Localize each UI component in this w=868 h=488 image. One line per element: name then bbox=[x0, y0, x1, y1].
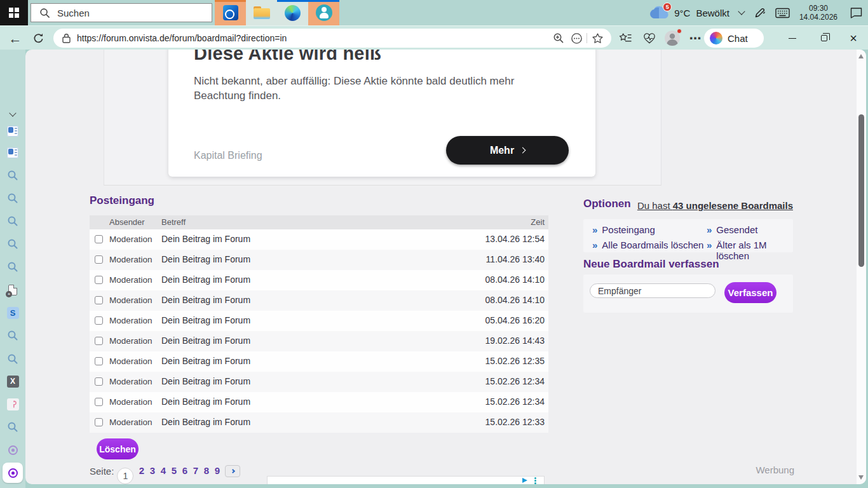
row-checkbox[interactable] bbox=[95, 255, 103, 264]
ad-source: Kapital Briefing bbox=[194, 150, 262, 161]
pen-icon[interactable] bbox=[754, 7, 766, 19]
link-aelter-als-1m-loeschen[interactable]: »Älter als 1M löschen bbox=[707, 240, 793, 261]
tab-x-twitter[interactable]: X bbox=[4, 372, 22, 390]
taskbar-weather-widget[interactable]: 5 9°C Bewölkt bbox=[649, 6, 729, 20]
start-button[interactable] bbox=[0, 0, 28, 25]
row-checkbox[interactable] bbox=[95, 418, 103, 426]
row-checkbox[interactable] bbox=[95, 276, 103, 284]
refresh-button[interactable] bbox=[28, 29, 48, 48]
taskbar-search[interactable]: Suchen bbox=[31, 3, 212, 22]
row-time: 15.02.26 12:34 bbox=[485, 396, 545, 407]
pagination-page-link[interactable]: 3 bbox=[147, 465, 158, 476]
tab-news-site-1[interactable] bbox=[4, 122, 22, 140]
table-row: ModerationDein Beitrag im Forum05.04.26 … bbox=[90, 311, 548, 331]
profile-button[interactable] bbox=[662, 29, 682, 48]
address-bar[interactable]: https://forum.onvista.de/forum/boardmail… bbox=[53, 29, 611, 48]
row-checkbox[interactable] bbox=[95, 235, 103, 243]
link-gesendet[interactable]: »Gesendet bbox=[707, 224, 757, 235]
tab-news-site-2[interactable] bbox=[4, 144, 22, 161]
row-subject[interactable]: Dein Beitrag im Forum bbox=[161, 274, 250, 285]
notification-center-icon[interactable] bbox=[850, 7, 863, 19]
tab-search-2[interactable] bbox=[4, 189, 22, 207]
close-button[interactable]: × bbox=[840, 26, 867, 50]
settings-more-button[interactable]: ⋯ bbox=[685, 29, 705, 48]
tab-onvista-active[interactable] bbox=[3, 463, 23, 483]
taskbar-app-outlook[interactable] bbox=[215, 0, 246, 25]
pagination-page-link[interactable]: 8 bbox=[201, 465, 212, 476]
row-checkbox[interactable] bbox=[95, 296, 103, 304]
restore-button[interactable] bbox=[811, 26, 837, 50]
pagination-page-link[interactable]: 2 bbox=[136, 465, 147, 476]
ad-more-button[interactable]: Mehr bbox=[446, 136, 569, 165]
favorite-star-icon[interactable] bbox=[588, 30, 606, 46]
taskbar-app-edge[interactable] bbox=[277, 0, 308, 25]
row-subject[interactable]: Dein Beitrag im Forum bbox=[161, 417, 250, 427]
tab-search-5[interactable] bbox=[4, 258, 22, 276]
taskbar-app-teal-person[interactable] bbox=[308, 0, 339, 25]
row-checkbox[interactable] bbox=[95, 398, 103, 406]
taskbar-app-file-explorer[interactable] bbox=[246, 0, 277, 25]
row-subject[interactable]: Dein Beitrag im Forum bbox=[161, 376, 250, 386]
pagination-page-link[interactable]: 4 bbox=[158, 465, 168, 476]
pagination-page-link[interactable]: 9 bbox=[212, 465, 222, 476]
reader-options-icon[interactable] bbox=[567, 30, 585, 46]
tab-flamingo-site[interactable] bbox=[4, 395, 22, 413]
favorites-list-button[interactable] bbox=[615, 29, 635, 48]
adchoices-icon[interactable] bbox=[522, 478, 527, 483]
row-subject[interactable]: Dein Beitrag im Forum bbox=[161, 315, 250, 325]
tab-search-4[interactable] bbox=[4, 235, 22, 253]
profile-alert-dot bbox=[677, 29, 682, 34]
options-links-box: »Posteingang »Gesendet »Alle Boardmails … bbox=[583, 219, 793, 252]
tab-error-page[interactable] bbox=[4, 281, 22, 299]
unread-prefix: Du hast bbox=[637, 200, 673, 211]
scrollbar-thumb[interactable] bbox=[858, 114, 864, 267]
pagination-page-link[interactable]: 6 bbox=[179, 465, 190, 476]
recipient-input[interactable] bbox=[590, 283, 715, 298]
row-subject[interactable]: Dein Beitrag im Forum bbox=[161, 295, 250, 305]
compose-button[interactable]: Verfassen bbox=[724, 282, 776, 303]
tab-search-8[interactable] bbox=[4, 418, 22, 436]
tab-search-6[interactable] bbox=[4, 327, 22, 344]
delete-button[interactable]: Löschen bbox=[97, 438, 139, 459]
link-alle-boardmails-loeschen[interactable]: »Alle Boardmails löschen bbox=[592, 240, 703, 250]
tab-s-app[interactable]: S bbox=[4, 304, 22, 322]
unread-boardmails-link[interactable]: Du hast 43 ungelesene Boardmails bbox=[583, 200, 793, 211]
row-checkbox[interactable] bbox=[95, 357, 103, 365]
row-subject[interactable]: Dein Beitrag im Forum bbox=[161, 254, 250, 264]
ad-title: Diese Aktie wird heiß bbox=[194, 50, 381, 64]
row-subject[interactable]: Dein Beitrag im Forum bbox=[161, 396, 250, 407]
guillemet-icon: » bbox=[707, 240, 712, 250]
pagination-page-link[interactable]: 7 bbox=[190, 465, 201, 476]
tab-search-3[interactable] bbox=[4, 212, 22, 230]
row-subject[interactable]: Dein Beitrag im Forum bbox=[161, 356, 250, 366]
scroll-up-arrow[interactable] bbox=[858, 54, 864, 58]
browser-essentials-button[interactable] bbox=[639, 29, 660, 48]
tab-search-1[interactable] bbox=[4, 166, 22, 184]
copilot-chat-button[interactable]: Chat bbox=[704, 29, 764, 48]
ad-card[interactable]: Diese Aktie wird heiß Nicht bekannt, abe… bbox=[168, 50, 595, 177]
row-checkbox[interactable] bbox=[95, 337, 103, 345]
tray-overflow-chevron[interactable] bbox=[739, 9, 744, 14]
touch-keyboard-icon[interactable] bbox=[775, 8, 790, 18]
link-posteingang[interactable]: »Posteingang bbox=[592, 224, 655, 235]
tab-onvista-1[interactable] bbox=[4, 441, 22, 459]
row-checkbox[interactable] bbox=[95, 377, 103, 386]
collapse-tabs-button[interactable] bbox=[4, 104, 22, 122]
row-checkbox[interactable] bbox=[95, 316, 103, 325]
back-button[interactable]: ← bbox=[5, 29, 25, 48]
table-row: ModerationDein Beitrag im Forum15.02.26 … bbox=[90, 392, 548, 412]
tab-search-7[interactable] bbox=[4, 350, 22, 368]
scroll-down-arrow[interactable] bbox=[858, 475, 864, 480]
taskbar-clock[interactable]: 09:30 14.04.2026 bbox=[799, 4, 837, 22]
minimize-button[interactable] bbox=[779, 26, 806, 50]
pagination-next-button[interactable] bbox=[225, 465, 240, 477]
row-subject[interactable]: Dein Beitrag im Forum bbox=[161, 336, 250, 346]
url-text[interactable]: https://forum.onvista.de/forum/boardmail… bbox=[77, 33, 550, 43]
pagination-page-link[interactable]: 5 bbox=[168, 465, 179, 476]
row-subject[interactable]: Dein Beitrag im Forum bbox=[161, 234, 250, 244]
zoom-page-icon[interactable] bbox=[550, 30, 567, 46]
pagination-current-page[interactable]: 1 bbox=[117, 468, 133, 484]
row-time: 15.02.26 12:34 bbox=[485, 376, 545, 386]
ad-options-dots-icon[interactable] bbox=[534, 477, 536, 479]
page-scrollbar[interactable] bbox=[857, 50, 866, 484]
